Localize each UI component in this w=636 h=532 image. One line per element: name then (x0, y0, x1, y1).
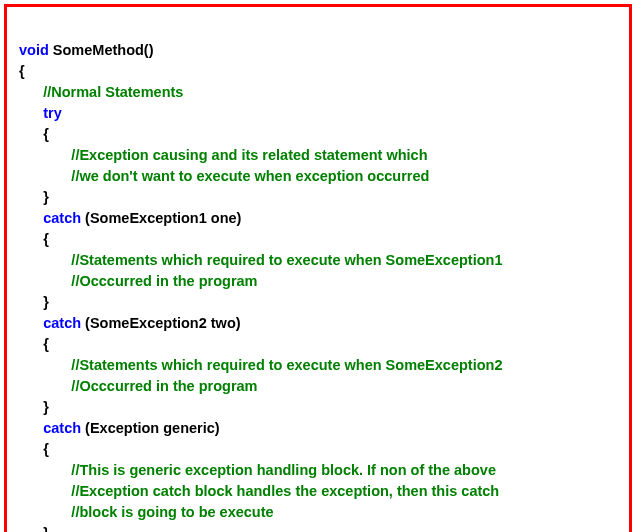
keyword-try: try (19, 105, 62, 121)
keyword-catch-1: catch (43, 210, 81, 226)
try-brace-close: } (19, 189, 49, 205)
catch1-params: (SomeException1 one) (81, 210, 241, 226)
comment-normal-statements-top: //Normal Statements (19, 84, 183, 100)
catch2-comment-line-1: //Statements which required to execute w… (19, 357, 502, 373)
keyword-void: void (19, 42, 49, 58)
code-frame: void SomeMethod() { //Normal Statements … (4, 4, 632, 532)
catch1-comment-line-2: //Occcurred in the program (19, 273, 258, 289)
catch3-params: (Exception generic) (81, 420, 220, 436)
code-block: void SomeMethod() { //Normal Statements … (19, 19, 621, 532)
catch1-indent (19, 210, 43, 226)
catch2-params: (SomeException2 two) (81, 315, 241, 331)
catch1-brace-open: { (19, 231, 49, 247)
try-comment-line-1: //Exception causing and its related stat… (19, 147, 428, 163)
catch2-comment-line-2: //Occcurred in the program (19, 378, 258, 394)
catch3-comment-line-2: //Exception catch block handles the exce… (19, 483, 499, 499)
catch2-brace-open: { (19, 336, 49, 352)
try-comment-line-2: //we don't want to execute when exceptio… (19, 168, 429, 184)
brace-open: { (19, 63, 25, 79)
catch2-brace-close: } (19, 399, 49, 415)
catch3-brace-open: { (19, 441, 49, 457)
catch3-comment-line-1: //This is generic exception handling blo… (19, 462, 496, 478)
keyword-catch-2: catch (43, 315, 81, 331)
catch3-comment-line-3: //block is going to be execute (19, 504, 274, 520)
method-signature: SomeMethod() (49, 42, 154, 58)
try-brace-open: { (19, 126, 49, 142)
catch1-comment-line-1: //Statements which required to execute w… (19, 252, 502, 268)
catch3-indent (19, 420, 43, 436)
catch3-brace-close: } (19, 525, 49, 532)
catch2-indent (19, 315, 43, 331)
catch1-brace-close: } (19, 294, 49, 310)
keyword-catch-3: catch (43, 420, 81, 436)
